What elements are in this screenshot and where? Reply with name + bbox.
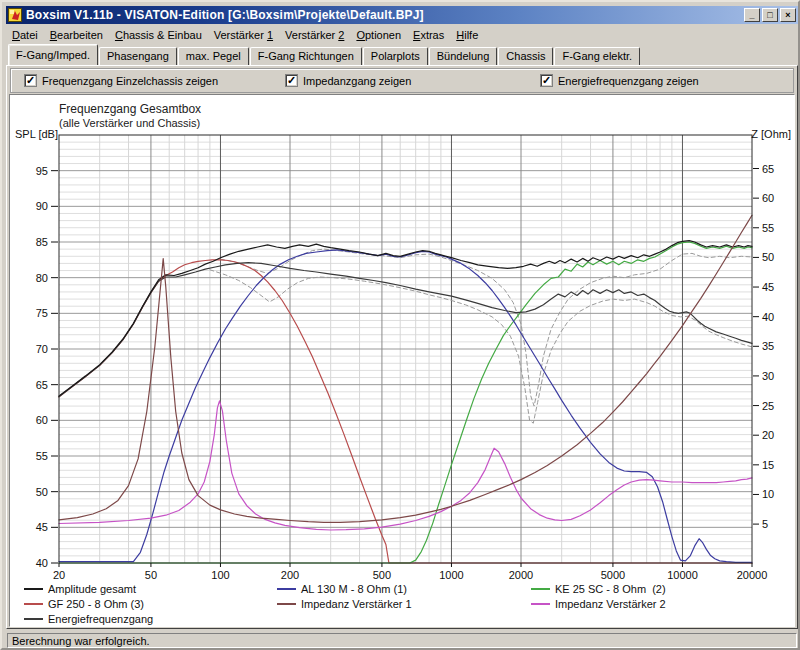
y-left-tick-label: 45 [36,521,48,533]
legend-item-amplitude-gesamt: Amplitude gesamt [24,581,153,596]
y-right-tick-label: 50 [762,251,774,263]
legend-label: KE 25 SC - 8 Ohm (2) [555,583,666,595]
x-tick-label: 20000 [737,569,768,581]
legend-item-energiefrequenzgang: Energiefrequenzgang [24,611,153,626]
legend-label: GF 250 - 8 Ohm (3) [48,598,144,610]
legend-column: Amplitude gesamtGF 250 - 8 Ohm (3)Energi… [24,581,153,626]
legend-label: AL 130 M - 8 Ohm (1) [301,583,407,595]
x-tick-label: 20 [53,569,65,581]
legend-line-swatch [24,588,43,590]
display-options-strip: ✓Frequenzgang Einzelchassis zeigen✓Imped… [10,68,794,93]
tab-chassis[interactable]: Chassis [498,47,553,65]
y-right-tick-label: 65 [762,163,774,175]
legend-label: Energiefrequenzgang [48,613,153,625]
tab-phasengang[interactable]: Phasengang [99,47,177,65]
menu-bearbeiten[interactable]: Bearbeiten [44,27,109,43]
tab-polarplots[interactable]: Polarplots [363,47,428,65]
y-right-tick-label: 15 [762,459,774,471]
maximize-button[interactable]: □ [762,8,778,22]
y-left-tick-label: 40 [36,557,48,569]
x-tick-label: 5000 [601,569,625,581]
menu-optionen[interactable]: Optionen [350,27,407,43]
minimize-button[interactable]: _ [744,8,760,22]
checkbox-label: Energiefrequenzgang zeigen [558,75,699,87]
x-tick-label: 100 [211,569,229,581]
x-tick-label: 50 [145,569,157,581]
menu-hilfe[interactable]: Hilfe [450,27,484,43]
y-left-tick-label: 90 [36,200,48,212]
x-tick-label: 2000 [509,569,533,581]
chart-area: 4045505560657075808590955101520253035404… [9,94,795,627]
app-icon [8,8,22,22]
menu-datei[interactable]: Datei [6,27,44,43]
chart-svg: 4045505560657075808590955101520253035404… [10,95,794,626]
checkbox-box[interactable]: ✓ [285,74,298,87]
menu-verstärker-2[interactable]: Verstärker 2 [279,27,350,43]
menu-chassis-einbau[interactable]: Chassis & Einbau [109,27,208,43]
y-left-tick-label: 55 [36,450,48,462]
menu-extras[interactable]: Extras [407,27,450,43]
grid-lines [59,135,752,563]
legend-line-swatch [24,603,43,605]
legend-line-swatch [531,588,550,590]
legend-item-impedanz-verstärker-1: Impedanz Verstärker 1 [277,596,412,611]
y-right-tick-label: 35 [762,340,774,352]
legend-line-swatch [277,603,296,605]
x-tick-label: 10000 [667,569,698,581]
y-left-tick-label: 50 [36,486,48,498]
y-right-tick-label: 55 [762,222,774,234]
tab-bar: F-Gang/Imped.Phasengangmax. PegelF-Gang … [6,44,798,65]
window-title: Boxsim V1.11b - VISATON-Edition [G:\Boxs… [26,8,744,22]
y-right-tick-label: 20 [762,429,774,441]
y-left-tick-label: 85 [36,236,48,248]
y-axis-left-title: SPL [dB] [15,128,58,140]
y-right-tick-label: 30 [762,370,774,382]
y-right-tick-label: 10 [762,488,774,500]
checkbox-frequenzgang-einzelchassis-zeigen[interactable]: ✓Frequenzgang Einzelchassis zeigen [24,74,218,87]
y-left-tick-label: 80 [36,272,48,284]
y-axis-left: 404550556065707580859095 [36,165,58,569]
tab-f-gang-imped[interactable]: F-Gang/Imped. [8,44,98,65]
legend-item-ke-25-sc-8-ohm-2: KE 25 SC - 8 Ohm (2) [531,581,666,596]
checkbox-box[interactable]: ✓ [540,74,553,87]
checkbox-box[interactable]: ✓ [24,74,37,87]
y-left-tick-label: 70 [36,343,48,355]
close-button[interactable]: × [780,8,796,22]
tab-max-pegel[interactable]: max. Pegel [178,47,249,65]
checkbox-impedanzgang-zeigen[interactable]: ✓Impedanzgang zeigen [285,74,411,87]
tab-page: ✓Frequenzgang Einzelchassis zeigen✓Imped… [6,65,798,629]
menu-bar: DateiBearbeitenChassis & EinbauVerstärke… [6,25,798,44]
app-window: Boxsim V1.11b - VISATON-Edition [G:\Boxs… [0,0,800,650]
y-right-tick-label: 45 [762,281,774,293]
legend-line-swatch [24,618,43,620]
y-axis-right: 5101520253035404550556065 [753,163,774,531]
menu-verstärker-1[interactable]: Verstärker 1 [208,27,279,43]
legend-item-gf-250-8-ohm-3: GF 250 - 8 Ohm (3) [24,596,153,611]
chart-title: Frequenzgang Gesamtbox [59,102,201,116]
title-bar[interactable]: Boxsim V1.11b - VISATON-Edition [G:\Boxs… [6,6,798,24]
x-axis: 20501002005001000200050001000020000 [53,563,767,581]
legend-column: KE 25 SC - 8 Ohm (2)Impedanz Verstärker … [531,581,666,611]
tab-f-gang-richtungen[interactable]: F-Gang Richtungen [250,47,362,65]
tab-f-gang-elektr[interactable]: F-Gang elektr. [554,47,640,65]
checkbox-label: Frequenzgang Einzelchassis zeigen [42,75,218,87]
legend-column: AL 130 M - 8 Ohm (1)Impedanz Verstärker … [277,581,412,611]
legend-line-swatch [531,603,550,605]
y-right-tick-label: 60 [762,192,774,204]
tab-bündelung[interactable]: Bündelung [429,47,498,65]
legend-label: Impedanz Verstärker 2 [555,598,666,610]
legend-label: Amplitude gesamt [48,583,136,595]
y-right-tick-label: 25 [762,400,774,412]
status-bar: Berechnung war erfolgreich. [6,632,798,649]
y-axis-right-title: Z [Ohm] [751,128,791,140]
x-tick-label: 500 [373,569,391,581]
checkbox-label: Impedanzgang zeigen [303,75,411,87]
y-left-tick-label: 95 [36,165,48,177]
y-left-tick-label: 65 [36,379,48,391]
legend-item-impedanz-verstärker-2: Impedanz Verstärker 2 [531,596,666,611]
chart-subtitle: (alle Verstärker und Chassis) [59,117,200,129]
y-right-tick-label: 5 [762,518,768,530]
checkbox-energiefrequenzgang-zeigen[interactable]: ✓Energiefrequenzgang zeigen [540,74,699,87]
x-tick-label: 200 [281,569,299,581]
y-right-tick-label: 40 [762,311,774,323]
